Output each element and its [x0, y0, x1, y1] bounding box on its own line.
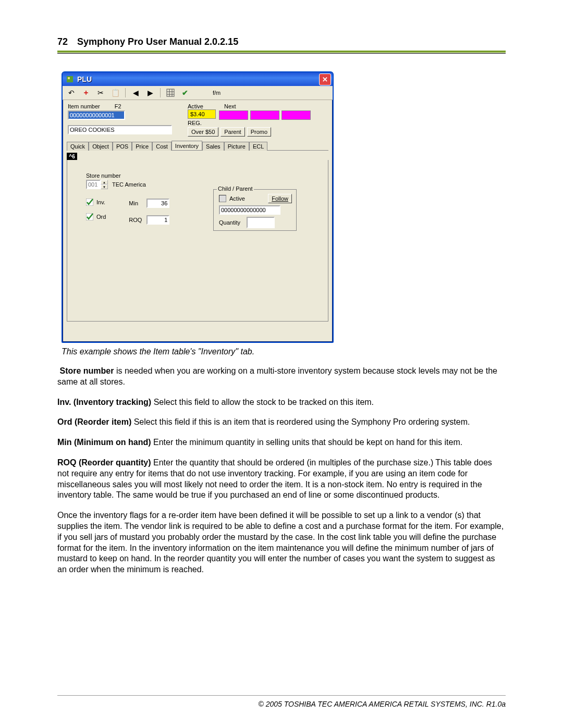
titlebar: PLU ✕ [63, 72, 333, 86]
inventory-pane: Store number 001 ▲▼ TEC America Inv. [67, 160, 328, 322]
tab-picture[interactable]: Picture [224, 142, 249, 151]
plu-window: PLU ✕ ↶ ＋ ✂ 📋 ◀ ▶ ✔ f/m Item number [62, 71, 334, 343]
manual-title: Symphony Pro User Manual 2.0.2.15 [77, 36, 238, 47]
term-store-number: Store number [59, 366, 114, 375]
close-button[interactable]: ✕ [319, 73, 331, 85]
ord-checkbox[interactable] [86, 213, 93, 220]
tab-cost[interactable]: Cost [152, 142, 172, 151]
footer-rule [57, 695, 506, 696]
parent-code-input[interactable] [219, 205, 280, 215]
cut-icon[interactable]: ✂ [96, 88, 105, 97]
store-name: TEC America [112, 181, 146, 188]
svg-rect-2 [167, 89, 174, 96]
spinner-up-icon[interactable]: ▲ [101, 180, 108, 184]
description-input[interactable]: OREO COOKIES [68, 125, 172, 134]
inv-label: Inv. [96, 199, 105, 205]
toolbar-separator [160, 88, 161, 97]
inv-checkbox[interactable] [86, 199, 93, 206]
price-value: $3.40 [188, 109, 216, 119]
tab-chip: ^6 [67, 153, 77, 160]
toolbar: ↶ ＋ ✂ 📋 ◀ ▶ ✔ f/m [63, 86, 333, 100]
quantity-label: Quantity [219, 219, 240, 226]
add-icon[interactable]: ＋ [81, 88, 91, 97]
term-ord: Ord (Reorder item) [57, 417, 131, 426]
roq-input[interactable] [146, 215, 169, 225]
header-thin-rule [57, 53, 506, 54]
header-panel: Item number F2 00000000000001 OREO COOKI… [63, 100, 333, 137]
tab-inventory[interactable]: Inventory [172, 141, 202, 150]
tab-sales[interactable]: Sales [202, 142, 224, 151]
next-icon[interactable]: ▶ [145, 88, 155, 97]
term-min: Min (Minimum on hand) [57, 438, 151, 447]
page-number: 72 [57, 36, 68, 47]
follow-button[interactable]: Follow [268, 194, 292, 203]
status-chips [219, 110, 311, 120]
header-rule [57, 51, 506, 53]
svg-rect-1 [68, 77, 70, 79]
promo-button[interactable]: Promo [247, 127, 271, 137]
active-checkbox[interactable] [219, 195, 226, 202]
prev-icon[interactable]: ◀ [131, 88, 140, 97]
body-text: Store number is needed when you are work… [57, 366, 506, 575]
page-header: 72 Symphony Pro User Manual 2.0.2.15 [57, 36, 506, 47]
tab-bar: Quick Object POS Price Cost Inventory Sa… [67, 140, 328, 151]
store-number-value: 001 [86, 180, 101, 189]
tab-quick[interactable]: Quick [67, 142, 89, 151]
item-number-input[interactable]: 00000000000001 [68, 110, 125, 120]
f2-hint: F2 [115, 103, 121, 109]
tab-price[interactable]: Price [132, 142, 152, 151]
next-label: Next [224, 103, 236, 109]
document-page: 72 Symphony Pro User Manual 2.0.2.15 PLU… [0, 0, 563, 728]
ord-label: Ord [96, 214, 106, 220]
tab-ecl[interactable]: ECL [249, 142, 267, 151]
status-chip [219, 110, 248, 120]
store-number-label: Store number [86, 172, 320, 179]
over50-button[interactable]: Over $50 [188, 127, 218, 137]
grid-icon[interactable] [166, 88, 175, 97]
active-label: Active [188, 103, 203, 109]
item-number-label: Item number [68, 103, 100, 109]
min-input[interactable] [146, 199, 169, 208]
tab-pos[interactable]: POS [113, 142, 132, 151]
reg-label: REG. [188, 120, 216, 126]
undo-icon[interactable]: ↶ [67, 88, 76, 97]
figure-caption: This example shows the Item table's "Inv… [62, 347, 506, 356]
quantity-input[interactable] [247, 217, 275, 228]
tab-object[interactable]: Object [89, 142, 113, 151]
term-inv: Inv. (Inventory tracking) [57, 398, 151, 406]
store-number-spinner[interactable]: 001 ▲▼ [86, 180, 108, 189]
min-label: Min [129, 200, 143, 206]
toolbar-text: f/m [213, 90, 221, 96]
info-columns: Active Next [188, 103, 327, 109]
spinner-down-icon[interactable]: ▼ [101, 184, 108, 189]
status-chip [250, 110, 279, 120]
child-parent-group: Child / Parent Active Follow Quantity [213, 189, 297, 231]
footer: © 2005 TOSHIBA TEC AMERICA AMERICA RETAI… [258, 700, 506, 708]
check-icon[interactable]: ✔ [180, 88, 190, 97]
app-icon [66, 75, 74, 83]
term-roq: ROQ (Reorder quantity) [57, 458, 151, 467]
toolbar-separator [125, 88, 126, 97]
roq-label: ROQ [129, 217, 143, 223]
fieldset-legend: Child / Parent [217, 186, 254, 192]
fieldset-active-label: Active [229, 195, 245, 202]
window-title: PLU [77, 75, 316, 83]
paste-icon[interactable]: 📋 [111, 88, 120, 97]
status-chip [282, 110, 311, 120]
parent-button[interactable]: Parent [221, 127, 244, 137]
